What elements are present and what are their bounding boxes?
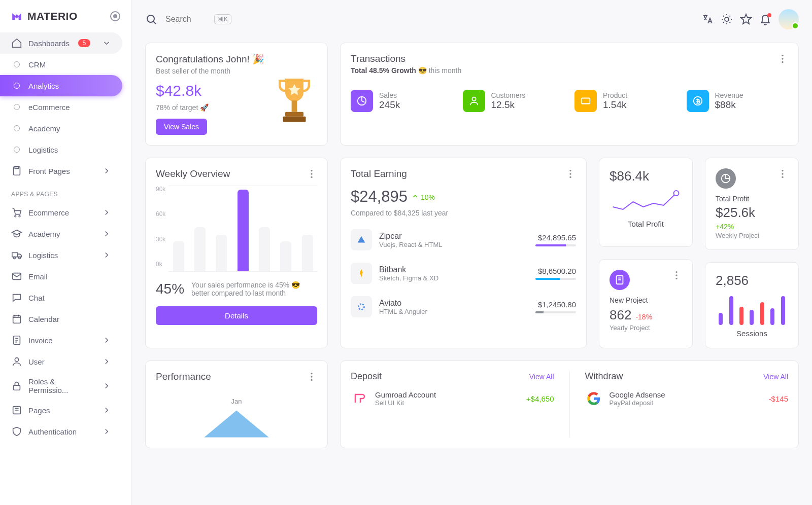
- more-icon[interactable]: [306, 168, 317, 179]
- svg-rect-11: [14, 385, 20, 390]
- nav-crm[interactable]: CRM: [0, 54, 122, 75]
- lock-icon: [11, 380, 22, 391]
- nav-app-ecommerce[interactable]: Ecommerce: [0, 202, 122, 223]
- notification-dot: [767, 13, 771, 17]
- nav-label: Academy: [28, 124, 60, 133]
- sc2-delta: +42%: [716, 223, 788, 231]
- language-icon[interactable]: [701, 13, 714, 25]
- transaction-icon: [463, 90, 485, 112]
- details-button[interactable]: Details: [156, 306, 317, 325]
- chart-bar: [259, 227, 270, 271]
- svg-point-2: [15, 215, 16, 217]
- withdraw-view-all[interactable]: View All: [763, 373, 788, 381]
- nav-app-invoice[interactable]: Invoice: [0, 330, 122, 351]
- transaction-item: Product1.54k: [574, 90, 676, 112]
- user-avatar[interactable]: [779, 9, 799, 29]
- sidebar-collapse-icon[interactable]: [110, 11, 120, 21]
- star-icon[interactable]: [740, 13, 752, 25]
- sc3-amount: 862: [610, 307, 631, 323]
- earning-item-value: $8,6500.20: [535, 267, 576, 275]
- nav-analytics[interactable]: Analytics: [0, 75, 122, 96]
- nav-app-user[interactable]: User: [0, 351, 122, 372]
- view-sales-button[interactable]: View Sales: [156, 119, 207, 135]
- svg-rect-23: [582, 98, 590, 104]
- truck-icon: [11, 249, 22, 261]
- earning-item-value: $24,895.65: [535, 233, 576, 242]
- deposit-name: Gumroad Account: [375, 390, 519, 399]
- weekly-chart: 90k60k30k0k: [156, 186, 317, 272]
- transaction-item: Sales245k: [351, 90, 453, 112]
- nav-academy[interactable]: Academy: [0, 118, 122, 139]
- svg-point-5: [14, 257, 16, 259]
- more-icon[interactable]: [565, 168, 576, 179]
- nav-dashboards[interactable]: Dashboards 5: [0, 32, 122, 54]
- sc3-sub: Yearly Project: [610, 324, 682, 332]
- document-icon: [610, 270, 630, 290]
- earning-item-desc: Vuejs, React & HTML: [379, 241, 528, 248]
- svg-point-10: [15, 358, 18, 362]
- invoice-icon: [11, 335, 22, 346]
- svg-point-26: [311, 173, 312, 174]
- svg-rect-15: [292, 100, 297, 112]
- nav-label: Invoice: [28, 336, 53, 345]
- withdraw-item: Google AdsensePayPal deposit -$145: [585, 390, 789, 407]
- svg-rect-16: [285, 112, 303, 117]
- nav-label: Authentication: [28, 427, 77, 436]
- more-icon[interactable]: [306, 371, 317, 382]
- search-input[interactable]: [165, 15, 206, 24]
- nav-app-authentication[interactable]: Authentication: [0, 421, 122, 442]
- more-icon[interactable]: [777, 53, 788, 64]
- theme-icon[interactable]: [721, 13, 733, 25]
- congrats-target: 78% of target 🚀: [156, 103, 266, 112]
- congrats-subtitle: Best seller of the month: [156, 67, 266, 75]
- earning-title: Total Earning: [351, 168, 576, 179]
- nav-front-pages[interactable]: Front Pages: [0, 160, 122, 182]
- chart-bar: [194, 227, 206, 271]
- chevron-right-icon: [102, 336, 111, 345]
- logo-icon: [11, 11, 22, 22]
- nav-app-academy[interactable]: Academy: [0, 223, 122, 244]
- performance-title: Performance: [156, 371, 317, 382]
- nav-ecommerce[interactable]: eCommerce: [0, 96, 122, 118]
- search-icon: [145, 13, 157, 25]
- svg-point-3: [19, 215, 20, 217]
- more-icon[interactable]: [777, 168, 788, 179]
- document-icon: [11, 165, 22, 176]
- more-icon[interactable]: [671, 270, 682, 281]
- svg-point-42: [311, 376, 312, 377]
- svg-point-30: [569, 176, 571, 178]
- nav-app-calendar[interactable]: Calendar: [0, 308, 122, 330]
- earning-item: BitbankSketch, Figma & XD$8,6500.20: [351, 263, 576, 284]
- deposit-title: Deposit: [351, 371, 382, 382]
- dot-icon: [11, 144, 22, 155]
- search-wrap[interactable]: ⌘K: [145, 13, 231, 25]
- nav-app-roles[interactable]: Roles & Permissio...: [0, 372, 122, 400]
- nav-app-pages[interactable]: Pages: [0, 400, 122, 421]
- svg-point-18: [782, 55, 783, 56]
- earning-item-name: Aviato: [379, 299, 528, 308]
- nav-label: Ecommerce: [28, 208, 69, 217]
- bell-icon[interactable]: [759, 13, 771, 25]
- transaction-label: Product: [603, 91, 627, 99]
- nav-label: eCommerce: [28, 103, 70, 112]
- transaction-icon: [574, 90, 597, 112]
- nav-app-email[interactable]: Email: [0, 266, 122, 287]
- earning-item-icon: [351, 263, 372, 284]
- nav-label: Analytics: [28, 82, 59, 90]
- chevron-right-icon: [102, 406, 111, 415]
- chart-bar: [302, 235, 313, 271]
- mail-icon: [11, 271, 22, 282]
- nav-label: CRM: [28, 60, 46, 69]
- sc4-title: Sessions: [716, 329, 788, 338]
- nav-logistics-sub[interactable]: Logistics: [0, 139, 122, 160]
- trophy-icon: [272, 74, 317, 135]
- nav-app-chat[interactable]: Chat: [0, 287, 122, 308]
- deposit-view-all[interactable]: View All: [529, 373, 554, 381]
- nav-app-logistics[interactable]: Logistics: [0, 244, 122, 266]
- congrats-title: Congratulations John! 🎉: [156, 53, 266, 65]
- transactions-title: Transactions: [351, 53, 788, 64]
- transaction-label: Customers: [491, 91, 526, 99]
- nav-label: Dashboards: [28, 39, 70, 48]
- topbar-actions: [701, 9, 799, 29]
- svg-point-31: [359, 304, 364, 310]
